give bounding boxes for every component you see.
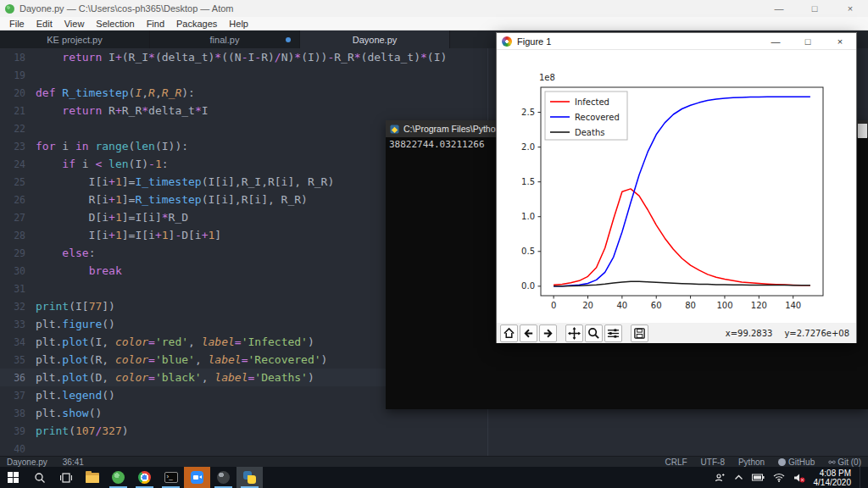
taskbar-chrome-button[interactable] [131,467,158,488]
configure-subplots-button[interactable] [604,324,622,342]
code-text: return R+R_R*delta_t*I [25,104,209,117]
taskbar-atom-button[interactable] [105,467,131,488]
menu-help[interactable]: Help [223,19,254,29]
line-number: 28 [0,227,25,245]
code-text: plt.plot(R, color='blue', label='Recover… [25,353,327,366]
forward-button[interactable] [539,324,557,342]
python-icon [243,471,256,484]
line-number: 31 [0,280,25,298]
status-filename[interactable]: Dayone.py [7,458,47,467]
figure-close-button[interactable]: × [824,33,856,50]
line-number: 23 [0,138,25,156]
volume-muted-icon[interactable] [793,473,805,483]
start-button[interactable] [0,467,26,488]
code-text [25,69,36,81]
status-github[interactable]: GitHub [778,458,815,467]
show-hidden-icons-chevron[interactable] [734,474,743,480]
figure-canvas[interactable]: 0204060801001201400.00.51.01.52.02.51e8I… [497,50,856,323]
cursor-x-readout: x=99.2833 [726,329,773,338]
console-scrollbar[interactable] [858,124,867,138]
code-line-40[interactable]: 40 [0,440,868,456]
atom-window-title: Dayone.py — C:\Users\cos-ph365\Desktop —… [19,3,234,14]
taskbar-python-button[interactable] [236,467,263,488]
task-view-button[interactable] [53,467,79,488]
cursor-y-readout: y=2.7276e+08 [784,329,849,338]
home-button[interactable] [500,324,518,342]
menu-edit[interactable]: Edit [31,19,58,29]
line-number: 39 [0,423,25,441]
home-icon [503,327,515,340]
taskbar-clock[interactable]: 4:08 PM 4/14/2020 [814,469,852,487]
maximize-button[interactable]: □ [797,0,832,17]
status-cursor-position[interactable]: 36:41 [63,458,84,467]
console-output-text: 38822744.03211266 [389,139,485,150]
atom-icon [112,471,125,484]
clock-date: 4/14/2020 [814,478,852,487]
zoom-camera-icon [191,471,203,484]
minimize-button[interactable]: — [761,0,797,17]
menu-selection[interactable]: Selection [90,19,140,29]
taskbar-media-button[interactable] [210,467,236,488]
line-number: 32 [0,298,25,316]
line-number: 27 [0,209,25,227]
figure-window: Figure 1 — □ × 0204060801001201400.00.51… [496,32,857,343]
zoom-button[interactable] [585,324,603,342]
line-number: 30 [0,263,25,280]
status-encoding[interactable]: UTF-8 [701,458,725,467]
y-tick-label: 1.5 [521,177,535,186]
x-tick-label: 80 [685,301,696,310]
tab-label: final.py [210,35,240,45]
tab-dayone[interactable]: Dayone.py [300,30,450,48]
show-desktop-button[interactable] [860,467,863,488]
pan-icon [568,327,581,340]
menu-find[interactable]: Find [141,19,170,29]
figure-maximize-button[interactable]: □ [792,33,824,50]
git-label: Git (0) [837,458,861,467]
task-view-icon [60,472,72,484]
x-tick-label: 40 [616,301,627,310]
code-text: if i < len(I)-1: [25,158,169,170]
code-text: print(I[77]) [25,300,115,313]
back-button[interactable] [520,324,537,342]
save-button[interactable] [631,324,648,342]
pan-button[interactable] [565,324,583,342]
code-line-39[interactable]: 39print(107/327) [0,422,868,440]
line-number: 26 [0,191,25,209]
taskbar-search-button[interactable] [26,467,53,488]
sliders-icon [607,327,620,340]
floppy-disk-icon [633,327,646,340]
status-line-ending[interactable]: CRLF [665,458,687,467]
line-number: 24 [0,156,25,174]
x-tick-label: 60 [651,301,662,310]
folder-icon [86,473,99,483]
taskbar-terminal-button[interactable] [158,467,184,488]
legend-label: Recovered [575,113,620,122]
battery-icon[interactable] [752,474,765,481]
menu-packages[interactable]: Packages [170,19,223,29]
file-explorer-button[interactable] [79,467,105,488]
status-git[interactable]: Git (0) [828,458,861,467]
menu-file[interactable]: File [3,19,31,29]
tab-ke-project[interactable]: KE project.py [0,30,150,48]
figure-minimize-button[interactable]: — [760,33,792,50]
legend-label: Infected [575,97,609,107]
menu-view[interactable]: View [58,19,91,29]
desktop: Dayone.py — C:\Users\cos-ph365\Desktop —… [0,0,868,488]
code-text: plt.plot(I, color='red', label='Infected… [25,336,314,348]
people-icon[interactable] [715,473,726,483]
magnifier-icon [587,327,600,340]
y-tick-label: 1.0 [521,212,535,221]
windows-logo-icon [8,472,19,483]
taskbar-zoom-button[interactable] [184,467,210,488]
tab-final[interactable]: final.py [150,30,300,48]
status-grammar[interactable]: Python [738,458,765,467]
back-arrow-icon [522,327,535,340]
code-text: plt.plot(D, color='black', label='Deaths… [25,371,314,384]
figure-toolbar: x=99.2833 y=2.7276e+08 [497,323,856,343]
wifi-icon[interactable] [773,473,785,482]
axis-offset-label: 1e8 [539,73,555,82]
figure-titlebar[interactable]: Figure 1 — □ × [497,33,856,50]
search-icon [34,472,46,484]
line-number: 36 [0,369,25,387]
close-button[interactable]: × [832,0,868,17]
